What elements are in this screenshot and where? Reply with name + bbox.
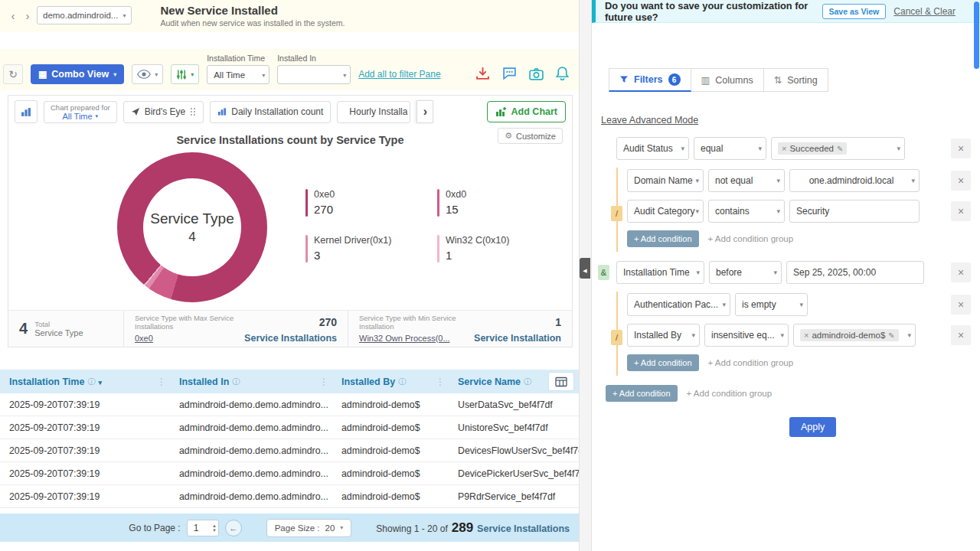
installation-time-select[interactable]: All Time (207, 65, 270, 84)
remove-condition-button[interactable] (951, 171, 971, 191)
column-menu-icon[interactable] (319, 377, 328, 387)
legend-item[interactable]: 0xd0 15 (437, 189, 552, 217)
value-select[interactable]: one.admindroid.local (789, 169, 920, 192)
feedback-button[interactable] (500, 67, 519, 83)
legend-item[interactable]: 0xe0 270 (305, 189, 437, 217)
table-row[interactable]: 2025-09-20T07:39:19 admindroid-demo.demo… (0, 485, 579, 508)
camera-icon (529, 68, 544, 80)
donut-chart[interactable]: Service Type 4 (117, 152, 267, 302)
chart-legend: 0xe0 270 0xd0 15 Kernel Driver(0x1) 3 Wi… (305, 189, 552, 262)
screenshot-button[interactable] (527, 68, 546, 83)
field-select[interactable]: Authentication Pac... (627, 293, 730, 316)
column-filter-dropdown[interactable] (171, 64, 199, 84)
field-select[interactable]: Installed By (627, 324, 700, 347)
nav-forward-button[interactable] (22, 9, 33, 22)
remove-condition-button[interactable] (951, 262, 971, 282)
bar-chart-icon (217, 107, 227, 116)
add-condition-group-link[interactable]: + Add condition group (687, 389, 773, 398)
edit-icon[interactable] (837, 144, 843, 153)
value-select[interactable]: admindroid-demo$ (793, 324, 916, 347)
add-condition-group-link[interactable]: + Add condition group (708, 358, 794, 367)
tab-daily-installation-count[interactable]: Daily Installation count (210, 101, 331, 123)
tab-hourly-installation-count[interactable]: Hourly Installa (337, 101, 410, 123)
value-input[interactable]: Security (789, 200, 920, 223)
remove-condition-button[interactable] (951, 325, 971, 345)
table-row[interactable]: 2025-09-20T07:39:19 admindroid-demo.demo… (0, 439, 579, 462)
scrollbar-thumb[interactable] (974, 2, 979, 69)
operator-select[interactable]: contains (708, 200, 785, 223)
nav-back-button[interactable] (8, 9, 18, 22)
column-header-installation-time[interactable]: Installation Time (0, 370, 170, 393)
installed-in-select[interactable] (277, 65, 351, 84)
column-header-installed-by[interactable]: Installed By (332, 370, 449, 393)
remove-condition-button[interactable] (951, 201, 971, 221)
panel-collapse-handle[interactable] (580, 258, 590, 279)
chart-type-button[interactable] (15, 100, 38, 123)
operator-select[interactable]: insensitive eq... (704, 324, 789, 347)
summary-max-link[interactable]: 0xe0 (135, 334, 237, 343)
tabs-scroll-right-button[interactable] (416, 100, 433, 123)
page-decrement-icon[interactable] (213, 528, 216, 533)
tenant-dropdown[interactable]: demo.admindroid... (37, 6, 132, 24)
download-button[interactable] (473, 67, 492, 83)
apply-button[interactable]: Apply (789, 417, 836, 437)
field-select[interactable]: Audit Category (627, 200, 704, 223)
refresh-button[interactable] (3, 64, 23, 84)
visibility-dropdown[interactable] (132, 64, 163, 84)
sort-icon[interactable] (98, 377, 102, 387)
leave-advanced-mode-link[interactable]: Leave Advanced Mode (601, 115, 698, 126)
view-selector-button[interactable]: Combo View (31, 64, 124, 84)
operator-select[interactable]: equal (694, 137, 766, 160)
previous-page-button[interactable] (225, 520, 242, 536)
page-size-select[interactable]: Page Size : 20 (266, 519, 352, 537)
summary-min-link[interactable]: Win32 Own Process(0... (359, 334, 466, 343)
page-number-input[interactable]: 1 (187, 520, 219, 536)
column-label: Installed In (179, 377, 229, 387)
customize-button[interactable]: Customize (498, 128, 563, 144)
field-select[interactable]: Audit Status (616, 137, 689, 160)
add-chart-button[interactable]: Add Chart (487, 101, 566, 122)
operator-select[interactable]: not equal (708, 169, 785, 192)
legend-item[interactable]: Kernel Driver(0x1) 3 (305, 235, 437, 262)
legend-item[interactable]: Win32 C(0x10) 1 (437, 235, 552, 262)
add-condition-button[interactable]: + Add condition (627, 354, 699, 371)
info-icon (524, 376, 531, 387)
operator-select[interactable]: before (709, 261, 782, 284)
summary-min-unit: Service Installation (474, 333, 561, 344)
grid-icon (38, 69, 47, 80)
save-as-view-button[interactable]: Save as View (822, 4, 887, 19)
field-select[interactable]: Installation Time (616, 261, 704, 284)
tab-filters[interactable]: Filters 6 (609, 68, 691, 92)
column-menu-icon[interactable] (436, 377, 445, 387)
datetime-input[interactable]: Sep 25, 2025, 00:00 (786, 261, 924, 284)
add-condition-button[interactable]: + Add condition (606, 385, 678, 402)
column-header-installed-in[interactable]: Installed In (170, 370, 332, 393)
cancel-clear-link[interactable]: Cancel & Clear (893, 6, 956, 17)
remove-tag-icon[interactable] (804, 331, 808, 340)
alerts-button[interactable] (554, 67, 571, 83)
and-connector-badge[interactable]: & (598, 265, 609, 280)
or-connector-badge[interactable]: / (611, 206, 622, 221)
add-condition-group-link[interactable]: + Add condition group (708, 234, 794, 243)
remove-condition-button[interactable] (951, 139, 971, 158)
operator-select[interactable]: is empty (735, 293, 808, 316)
remove-tag-icon[interactable] (782, 144, 786, 153)
tab-columns[interactable]: Columns (691, 68, 764, 92)
filters-count-badge: 6 (668, 73, 681, 86)
chart-time-range-dropdown[interactable]: Chart prepared for All Time (44, 101, 117, 123)
edit-icon[interactable] (888, 331, 894, 340)
add-all-filter-link[interactable]: Add all to filter Pane (358, 69, 440, 80)
tab-sorting[interactable]: Sorting (764, 68, 828, 92)
column-settings-button[interactable] (548, 372, 574, 391)
remove-condition-button[interactable] (951, 295, 971, 315)
or-connector-badge[interactable]: / (611, 330, 622, 345)
column-menu-icon[interactable] (157, 377, 166, 387)
table-row[interactable]: 2025-09-20T07:39:19 admindroid-demo.demo… (0, 416, 579, 439)
table-row[interactable]: 2025-09-20T07:39:19 admindroid-demo.demo… (0, 393, 579, 416)
field-select[interactable]: Domain Name (627, 169, 704, 192)
value-select[interactable]: Succeeded (771, 137, 905, 160)
add-condition-button[interactable]: + Add condition (627, 230, 699, 247)
table-row[interactable]: 2025-09-20T07:39:19 admindroid-demo.demo… (0, 462, 579, 485)
operator-value: contains (715, 206, 750, 217)
tab-birds-eye[interactable]: Bird's Eye (123, 101, 204, 123)
